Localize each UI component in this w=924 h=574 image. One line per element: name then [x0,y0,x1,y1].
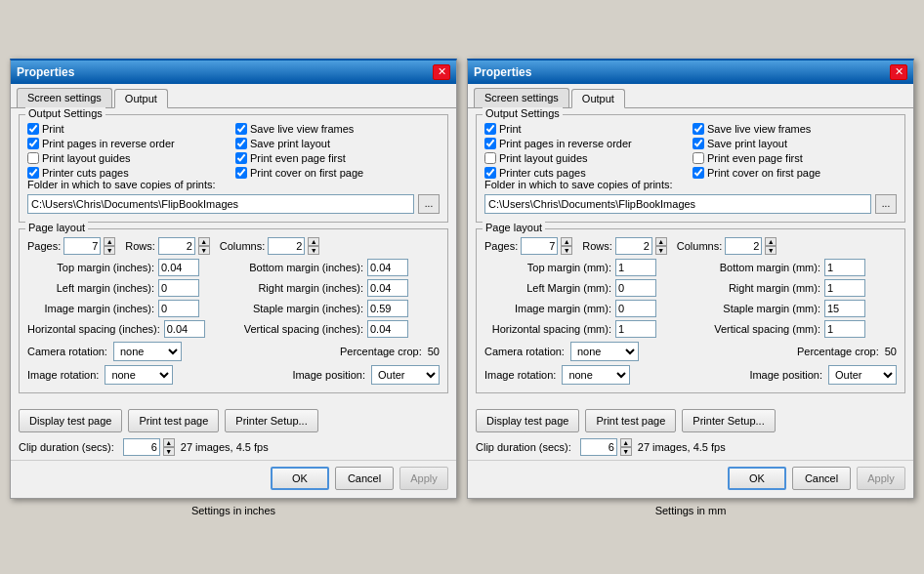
margin-label-6: Horizontal spacing (inches): [27,323,160,335]
cancel-button[interactable]: Cancel [792,467,851,490]
margin-input-2[interactable] [158,279,199,297]
margin-input-6[interactable] [615,320,656,338]
title-bar-text: Properties [474,65,531,79]
clip-duration-up[interactable]: ▲ [163,438,175,447]
rows-down[interactable]: ▼ [655,246,667,255]
image-rotation-select[interactable]: none [562,365,630,385]
checkbox-3[interactable] [235,138,247,149]
margin-input-7[interactable] [367,320,408,338]
ok-button[interactable]: OK [728,467,786,490]
clip-duration-down[interactable]: ▼ [620,447,632,456]
pages-input[interactable] [63,237,101,255]
checkbox-7[interactable] [693,167,704,179]
tab-output[interactable]: Output [571,89,625,108]
dialog-label-dialog-inches: Settings in inches [10,505,457,516]
cols-down[interactable]: ▼ [765,246,777,255]
pages-down[interactable]: ▼ [561,246,572,255]
clip-duration-input[interactable] [123,438,160,456]
tab-screen-settings[interactable]: Screen settings [17,88,112,107]
checkbox-7[interactable] [235,167,247,179]
print-test-button[interactable]: Print test page [128,409,219,432]
pages-up[interactable]: ▲ [104,237,115,246]
margin-input-5[interactable] [824,300,865,317]
cols-input[interactable] [268,237,305,255]
clip-duration-down[interactable]: ▼ [163,447,175,456]
clip-duration-input[interactable] [580,438,617,456]
margin-input-2[interactable] [615,279,656,297]
close-button[interactable]: ✕ [433,64,450,80]
checkbox-label-0: Print [499,123,522,135]
cancel-button[interactable]: Cancel [335,467,394,490]
print-test-button[interactable]: Print test page [585,409,676,432]
printer-setup-button[interactable]: Printer Setup... [225,409,317,432]
cols-up[interactable]: ▲ [765,237,777,246]
checkbox-2[interactable] [484,138,496,149]
rows-input[interactable] [158,237,195,255]
image-rotation-select[interactable]: none [105,365,173,385]
ok-button[interactable]: OK [271,467,329,490]
cols-down[interactable]: ▼ [308,246,319,255]
folder-input[interactable] [484,194,871,214]
checkbox-4[interactable] [27,152,39,164]
rows-down[interactable]: ▼ [198,246,210,255]
checkbox-6[interactable] [27,167,39,179]
checkbox-0[interactable] [484,123,496,135]
margin-input-5[interactable] [367,300,408,317]
pages-down[interactable]: ▼ [104,246,115,255]
clip-duration-up[interactable]: ▲ [620,438,632,447]
display-test-button[interactable]: Display test page [19,409,122,432]
margin-input-1[interactable] [367,259,408,276]
checkbox-row-0: Print [27,123,231,135]
checkbox-4[interactable] [484,152,496,164]
camera-select[interactable]: none [113,342,182,361]
cols-label: Columns: [220,240,265,252]
image-position-select[interactable]: Outer [371,365,440,385]
rows-up[interactable]: ▲ [198,237,210,246]
image-position-select[interactable]: Outer [828,365,897,385]
browse-button[interactable]: ... [418,194,440,214]
checkbox-5[interactable] [235,152,247,164]
margin-item-1: Bottom margin (inches): [236,259,440,276]
margin-item-7: Vertical spacing (mm): [693,320,897,338]
margin-input-3[interactable] [824,279,865,297]
margin-label-7: Vertical spacing (mm): [693,323,820,335]
checkbox-1[interactable] [235,123,247,135]
apply-button: Apply [857,467,905,490]
rows-up[interactable]: ▲ [655,237,667,246]
checkbox-2[interactable] [27,138,39,149]
margin-input-6[interactable] [164,320,205,338]
browse-button[interactable]: ... [875,194,897,214]
checkbox-row-4: Print layout guides [484,152,689,164]
display-test-button[interactable]: Display test page [476,409,579,432]
folder-input[interactable] [27,194,414,214]
margin-input-0[interactable] [158,259,199,276]
pages-up[interactable]: ▲ [561,237,572,246]
camera-select[interactable]: none [570,342,639,361]
margin-input-4[interactable] [158,300,199,317]
checkbox-6[interactable] [484,167,496,179]
margin-label-0: Top margin (mm): [484,262,611,273]
margin-input-3[interactable] [367,279,408,297]
pages-input[interactable] [521,237,558,255]
tab-output[interactable]: Output [114,89,168,108]
rows-input[interactable] [615,237,652,255]
tab-screen-settings[interactable]: Screen settings [474,88,569,107]
clip-info: 27 images, 4.5 fps [181,441,269,453]
checkbox-3[interactable] [693,138,704,149]
margin-input-1[interactable] [824,259,865,276]
checkbox-1[interactable] [693,123,704,135]
checkbox-label-2: Print pages in reverse order [499,138,632,149]
cols-input[interactable] [725,237,762,255]
checkbox-label-7: Print cover on first page [707,167,820,179]
checkbox-0[interactable] [27,123,39,135]
cols-up[interactable]: ▲ [308,237,319,246]
margin-input-4[interactable] [615,300,656,317]
margin-item-2: Left margin (inches): [27,279,231,297]
margin-input-7[interactable] [824,320,865,338]
percentage-value: 50 [428,346,440,357]
close-button[interactable]: ✕ [890,64,907,80]
margin-item-2: Left Margin (mm): [484,279,688,297]
printer-setup-button[interactable]: Printer Setup... [682,409,775,432]
margin-input-0[interactable] [615,259,656,276]
checkbox-5[interactable] [693,152,704,164]
